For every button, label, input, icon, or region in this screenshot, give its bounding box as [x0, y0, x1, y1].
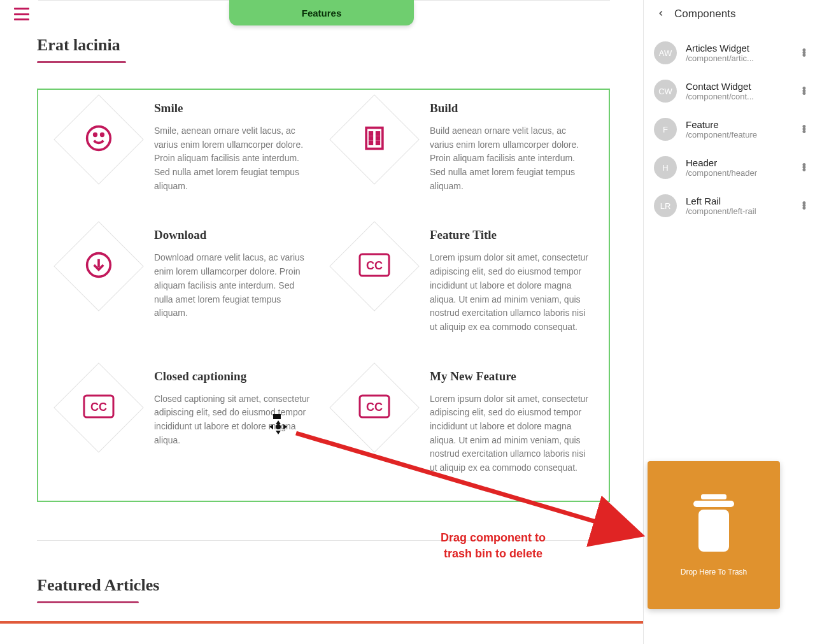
feature-diamond: [57, 108, 140, 193]
component-menu-button[interactable]: •••: [798, 87, 810, 95]
svg-marker-19: [269, 424, 273, 429]
section-title: Erat lacinia: [37, 36, 610, 55]
component-menu-button[interactable]: •••: [798, 164, 810, 171]
component-avatar: LR: [654, 194, 677, 217]
component-list-item[interactable]: CW Contact Widget /component/cont... •••: [651, 72, 812, 110]
component-name: Header: [686, 157, 790, 168]
svg-rect-9: [377, 142, 379, 145]
component-list-item[interactable]: H Header /component/header •••: [651, 148, 812, 187]
svg-rect-23: [701, 494, 726, 499]
feature-title: Feature Title: [430, 228, 590, 242]
feature-diamond: CC: [333, 234, 416, 334]
svg-marker-17: [273, 414, 281, 419]
featured-underline: [37, 601, 139, 603]
component-path: /component/cont...: [686, 92, 781, 101]
component-name: Left Rail: [686, 196, 790, 206]
svg-point-22: [276, 424, 281, 429]
component-list-item[interactable]: AW Articles Widget /component/artic... •…: [651, 34, 812, 72]
svg-marker-18: [276, 420, 281, 424]
feature-desc: Lorem ipsum dolor sit amet, consectetur …: [430, 251, 590, 334]
feature-title: Download: [154, 228, 314, 242]
feature-item[interactable]: Build Build aenean ornare velit lacus, a…: [333, 101, 590, 193]
back-button[interactable]: [656, 6, 665, 21]
component-avatar: H: [654, 156, 677, 179]
feature-diamond: CC: [57, 376, 140, 475]
svg-rect-5: [377, 132, 379, 135]
feature-diamond: [333, 108, 416, 193]
component-path: /component/feature: [686, 130, 781, 140]
component-menu-button[interactable]: •••: [798, 49, 810, 57]
feature-desc: Lorem ipsum dolor sit amet, consectetur …: [430, 392, 590, 475]
trash-dropzone[interactable]: Drop Here To Trash: [648, 461, 780, 609]
svg-rect-4: [370, 132, 372, 135]
svg-text:CC: CC: [90, 401, 107, 413]
feature-title: Smile: [154, 101, 314, 115]
feature-diamond: CC: [333, 376, 416, 475]
component-avatar: F: [654, 118, 677, 141]
component-name: Articles Widget: [686, 43, 790, 54]
cc-icon: CC: [83, 394, 115, 421]
trash-label: Drop Here To Trash: [681, 568, 748, 576]
bottom-accent-line: [0, 621, 643, 624]
cc-icon: CC: [358, 253, 390, 280]
component-avatar: CW: [654, 80, 677, 103]
component-path: /component/artic...: [686, 54, 781, 63]
feature-title: Build: [430, 101, 590, 115]
feature-title: Closed captioning: [154, 369, 314, 383]
feature-item[interactable]: CC My New Feature Lorem ipsum dolor sit …: [333, 369, 590, 475]
sidebar-header: Components: [644, 0, 815, 27]
feature-desc: Smile, aenean ornare velit lacus, ac var…: [154, 124, 314, 193]
component-avatar: AW: [654, 41, 677, 64]
svg-rect-25: [698, 510, 729, 552]
component-name: Contact Widget: [686, 81, 790, 92]
featured-articles-title: Featured Articles: [37, 576, 610, 595]
svg-rect-6: [370, 137, 372, 140]
feature-item[interactable]: Download Download ornare velit lacus, ac…: [57, 228, 314, 334]
building-icon: [360, 124, 388, 155]
title-underline: [37, 61, 126, 63]
component-list-item[interactable]: LR Left Rail /component/left-rail •••: [651, 187, 812, 225]
feature-desc: Download ornare velit lacus, ac varius e…: [154, 251, 314, 320]
svg-point-1: [94, 134, 97, 136]
component-path: /component/left-rail: [686, 206, 781, 216]
svg-point-2: [101, 134, 104, 136]
component-list-item[interactable]: F Feature /component/feature •••: [651, 110, 812, 148]
component-name: Feature: [686, 119, 790, 130]
svg-marker-20: [283, 424, 287, 429]
feature-title: My New Feature: [430, 369, 590, 383]
component-path: /component/header: [686, 168, 781, 178]
feature-diamond: [57, 234, 140, 334]
feature-item[interactable]: CC Feature Title Lorem ipsum dolor sit a…: [333, 228, 590, 334]
svg-rect-24: [693, 501, 734, 507]
move-cursor-icon: [264, 413, 292, 443]
cc-icon: CC: [358, 394, 390, 421]
editor-canvas: Features Erat lacinia Smile Smile, aenea…: [0, 0, 643, 644]
download-icon: [85, 251, 113, 282]
selected-component-pill[interactable]: Features: [229, 0, 414, 25]
svg-marker-21: [276, 431, 281, 434]
annotation-text: Drag component totrash bin to delete: [441, 530, 546, 562]
svg-text:CC: CC: [366, 259, 383, 272]
feature-desc: Build aenean ornare velit lacus, ac vari…: [430, 124, 590, 193]
feature-item[interactable]: Smile Smile, aenean ornare velit lacus, …: [57, 101, 314, 193]
sidebar-title: Components: [674, 8, 735, 20]
selected-component-label: Features: [302, 8, 342, 18]
svg-text:CC: CC: [366, 401, 383, 413]
component-menu-button[interactable]: •••: [798, 125, 810, 133]
svg-rect-8: [370, 142, 372, 145]
svg-rect-7: [377, 137, 379, 140]
component-menu-button[interactable]: •••: [798, 202, 810, 210]
trash-icon: [688, 494, 739, 555]
features-container[interactable]: Smile Smile, aenean ornare velit lacus, …: [37, 89, 610, 502]
smile-icon: [85, 124, 113, 155]
svg-point-0: [87, 127, 111, 150]
